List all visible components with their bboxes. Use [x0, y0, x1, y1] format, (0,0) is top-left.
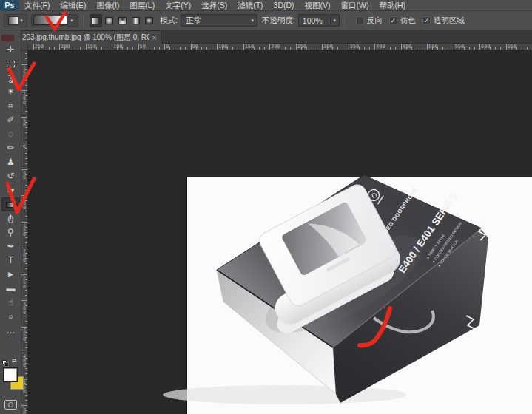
photoshop-window: Ps 文件(F)编辑(E)图像(I)图层(L)文字(Y)选择(S)滤镜(T)3D…: [0, 0, 532, 414]
product-box-render: VIDEO DOORPHONE E400 / E401 SERIES ▸ SIM…: [0, 0, 532, 414]
foreground-color-swatch[interactable]: [3, 367, 18, 382]
box-ground-shadow: [163, 385, 407, 404]
